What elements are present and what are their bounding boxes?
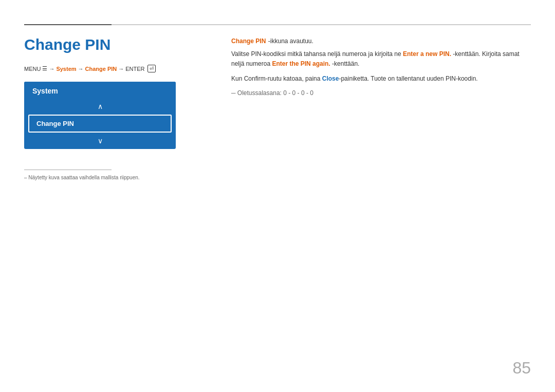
left-column: Change PIN MENU ☰ → System → Change PIN …: [24, 36, 214, 149]
page-title: Change PIN: [24, 36, 214, 53]
system-link: System: [56, 66, 76, 72]
arrow-2: →: [78, 66, 84, 72]
close-label: Close: [322, 75, 339, 82]
enter-pin-again-label: Enter the PIN again.: [272, 60, 330, 67]
arrow-down-icon: ∨: [24, 135, 176, 149]
para1-prefix: Valitse PIN-koodiksi mitkä tahansa neljä…: [231, 50, 403, 58]
menu-icon-symbol: ☰: [42, 65, 47, 72]
default-pin-note: Oletussalasana: 0 - 0 - 0 - 0: [231, 89, 531, 97]
menu-label: MENU: [24, 66, 41, 72]
top-rule-accent: [24, 24, 112, 25]
right-section-title-suffix: -ikkuna avautuu.: [268, 38, 313, 45]
system-menu-box: System ∧ Change PIN ∨: [24, 82, 176, 149]
menu-box-header: System: [24, 82, 176, 100]
footnote-divider: [24, 170, 112, 170]
para2-suffix: -painiketta. Tuote on tallentanut uuden …: [339, 75, 477, 82]
enter-label: ENTER: [125, 66, 144, 72]
arrow-3: →: [118, 66, 124, 72]
change-pin-menu-item[interactable]: Change PIN: [28, 115, 172, 133]
enter-icon-symbol: ⏎: [147, 65, 156, 72]
right-column: Change PIN -ikkuna avautuu. Valitse PIN-…: [231, 36, 531, 97]
para2-prefix: Kun Confirm-ruutu katoaa, paina: [231, 75, 322, 82]
arrow-1: →: [49, 66, 54, 72]
instruction-para-1: Valitse PIN-koodiksi mitkä tahansa neljä…: [231, 49, 531, 69]
arrow-up-icon: ∧: [24, 100, 176, 113]
page-number: 85: [512, 359, 531, 378]
right-section-title: Change PIN: [231, 38, 266, 45]
para1-suffix: -kenttään.: [330, 60, 360, 67]
footnote-text: – Näytetty kuva saattaa vaihdella mallis…: [24, 175, 140, 180]
enter-new-pin-label: Enter a new PIN.: [403, 50, 451, 58]
right-title-block: Change PIN -ikkuna avautuu.: [231, 36, 531, 45]
change-pin-link: Change PIN: [85, 66, 117, 72]
instruction-para-2: Kun Confirm-ruutu katoaa, paina Close-pa…: [231, 74, 531, 84]
menu-path: MENU ☰ → System → Change PIN → ENTER ⏎: [24, 65, 214, 72]
